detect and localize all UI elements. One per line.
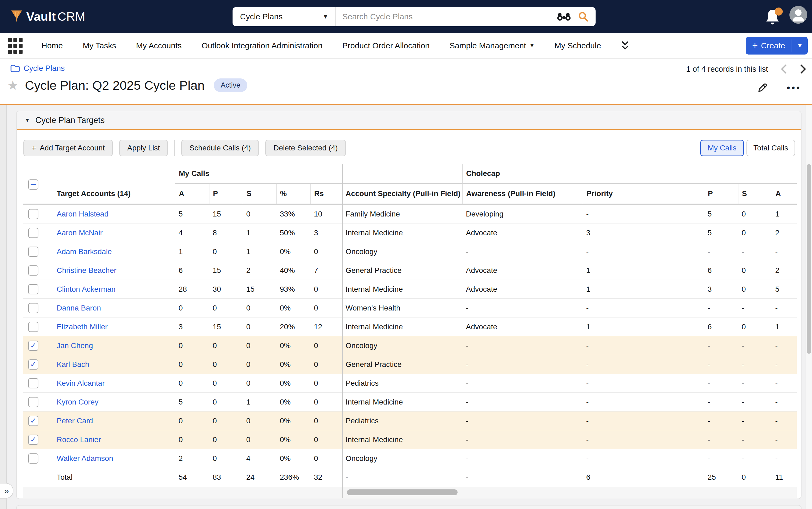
section-header[interactable]: ▼ Cycle Plan Targets	[16, 111, 801, 130]
create-button[interactable]: + Create	[746, 37, 791, 55]
sidebar-expand-button[interactable]: »	[0, 483, 13, 499]
row-checkbox[interactable]	[28, 209, 38, 219]
table-column-header: Target Accounts (14) A P S % Rs Account …	[23, 184, 797, 205]
target-account-link[interactable]: Elizabeth Miller	[57, 323, 108, 331]
edit-pencil-icon[interactable]	[757, 82, 769, 94]
row-checkbox[interactable]: ✓	[28, 360, 38, 370]
notifications-bell-icon[interactable]	[765, 8, 783, 26]
row-checkbox[interactable]	[28, 265, 38, 276]
group-my-calls: My Calls	[175, 164, 342, 184]
row-checkbox[interactable]: ✓	[28, 341, 38, 351]
nav-item-sample-management[interactable]: Sample Management▼	[450, 41, 535, 50]
table-row: Adam Barksdale 1 0 1 0% 0 Oncology - - -…	[23, 242, 797, 261]
vault-crm-logo: VaultCRM	[11, 10, 85, 24]
indeterminate-mark	[31, 184, 36, 185]
breadcrumb-label: Cycle Plans	[24, 64, 65, 73]
horizontal-scrollbar-thumb[interactable]	[347, 489, 458, 495]
row-checkbox[interactable]	[28, 322, 38, 332]
delete-selected-button[interactable]: Delete Selected (4)	[265, 140, 346, 156]
add-target-account-button[interactable]: + Add Target Account	[23, 140, 113, 156]
target-account-link[interactable]: Peter Card	[57, 417, 93, 425]
collapse-triangle-icon: ▼	[25, 117, 30, 123]
target-account-link[interactable]: Rocco Lanier	[57, 435, 101, 444]
vault-logo-icon	[11, 10, 23, 23]
table-row: Aaron McNair 4 8 1 50% 3 Internal Medici…	[23, 224, 797, 242]
target-account-link[interactable]: Christine Beacher	[57, 266, 116, 274]
target-account-link[interactable]: Clinton Ackerman	[57, 285, 115, 293]
row-checkbox[interactable]	[28, 303, 38, 313]
row-checkbox[interactable]	[28, 397, 38, 407]
next-record-icon[interactable]	[800, 64, 807, 74]
button-separator	[174, 140, 175, 156]
target-account-link[interactable]: Kevin Alcantar	[57, 379, 105, 387]
user-avatar[interactable]	[789, 6, 807, 24]
col-priority[interactable]: Priority	[583, 184, 704, 205]
brand-text: VaultCRM	[26, 10, 85, 24]
col-account-specialty[interactable]: Account Specialty (Pull-in Field)	[342, 184, 462, 205]
row-checkbox[interactable]	[28, 453, 38, 464]
target-account-link[interactable]: Aaron Halstead	[57, 210, 108, 218]
select-all-checkbox[interactable]	[28, 179, 38, 190]
row-checkbox[interactable]	[28, 228, 38, 238]
col-rs[interactable]: Rs	[310, 184, 342, 205]
total-calls-toggle[interactable]: Total Calls	[746, 140, 795, 156]
search-input[interactable]	[336, 12, 557, 21]
table-row: Danna Baron 0 0 0 0% 0 Women's Health - …	[23, 299, 797, 317]
target-account-link[interactable]: Danna Baron	[57, 304, 101, 312]
favorite-star-icon[interactable]: ★	[7, 79, 19, 92]
target-account-link[interactable]: Jan Cheng	[57, 341, 93, 350]
target-account-link[interactable]: Aaron McNair	[57, 229, 103, 237]
col-s[interactable]: S	[243, 184, 276, 205]
create-dropdown-button[interactable]: ▼	[792, 37, 808, 55]
plus-icon: +	[752, 41, 758, 50]
row-checkbox[interactable]: ✓	[28, 416, 38, 426]
page-title: Cycle Plan: Q2 2025 Cycle Plan	[25, 78, 205, 93]
nav-item-home[interactable]: Home	[41, 41, 63, 50]
table-total-row: Total 54 83 24 236% 32 - - 6 25 0 11	[23, 468, 797, 487]
frozen-column-divider[interactable]	[342, 164, 343, 498]
collapsed-sidebar	[0, 105, 7, 509]
vertical-scrollbar-thumb[interactable]	[807, 164, 811, 354]
nav-item-outlook-integration-administration[interactable]: Outlook Integration Administration	[202, 41, 322, 50]
binoculars-icon[interactable]	[557, 12, 571, 21]
vertical-scrollbar-track	[806, 105, 812, 509]
nav-item-my-accounts[interactable]: My Accounts	[136, 41, 182, 50]
row-checkbox[interactable]	[28, 246, 38, 257]
previous-record-icon[interactable]	[780, 64, 787, 74]
col-s2[interactable]: S	[738, 184, 772, 205]
target-account-link[interactable]: Kyron Corey	[57, 398, 99, 406]
nav-item-my-schedule[interactable]: My Schedule	[555, 41, 601, 50]
app-launcher-icon[interactable]	[8, 38, 24, 54]
more-actions-icon[interactable]: •••	[787, 82, 801, 93]
col-a[interactable]: A	[175, 184, 209, 205]
global-search: Cycle Plans ▼	[233, 7, 596, 26]
col-awareness[interactable]: Awareness (Pull-in Field)	[462, 184, 583, 205]
row-checkbox[interactable]	[28, 378, 38, 388]
table-row: Christine Beacher 6 15 2 40% 7 General P…	[23, 261, 797, 280]
nav-item-product-order-allocation[interactable]: Product Order Allocation	[342, 41, 430, 50]
row-checkbox[interactable]	[28, 284, 38, 294]
my-calls-toggle[interactable]: My Calls	[700, 140, 744, 156]
target-account-link[interactable]: Adam Barksdale	[57, 247, 112, 256]
table-group-header: My Calls Cholecap	[23, 164, 797, 184]
search-icon[interactable]	[578, 11, 589, 22]
nav-item-my-tasks[interactable]: My Tasks	[83, 41, 116, 50]
top-bar: VaultCRM Cycle Plans ▼	[0, 0, 812, 33]
schedule-calls-button[interactable]: Schedule Calls (4)	[181, 140, 259, 156]
col-pct[interactable]: %	[276, 184, 310, 205]
target-account-link[interactable]: Karl Bach	[57, 360, 89, 369]
col-p[interactable]: P	[209, 184, 243, 205]
col-p2[interactable]: P	[704, 184, 738, 205]
next-section-stub	[16, 505, 802, 509]
target-account-link[interactable]: Walker Adamson	[57, 454, 113, 463]
breadcrumb[interactable]: Cycle Plans	[10, 64, 65, 73]
col-target-accounts[interactable]: Target Accounts (14)	[53, 184, 175, 205]
col-a2[interactable]: A	[772, 184, 797, 205]
table-row: Elizabeth Miller 3 15 0 20% 12 Internal …	[23, 317, 797, 336]
row-checkbox[interactable]: ✓	[28, 435, 38, 445]
search-scope-dropdown[interactable]: Cycle Plans ▼	[233, 7, 336, 26]
record-count-text: 1 of 4 records in this list	[686, 65, 768, 74]
more-tabs-chevron-icon[interactable]	[620, 40, 631, 52]
apply-list-button[interactable]: Apply List	[119, 140, 168, 156]
main-nav: HomeMy TasksMy AccountsOutlook Integrati…	[0, 33, 812, 59]
